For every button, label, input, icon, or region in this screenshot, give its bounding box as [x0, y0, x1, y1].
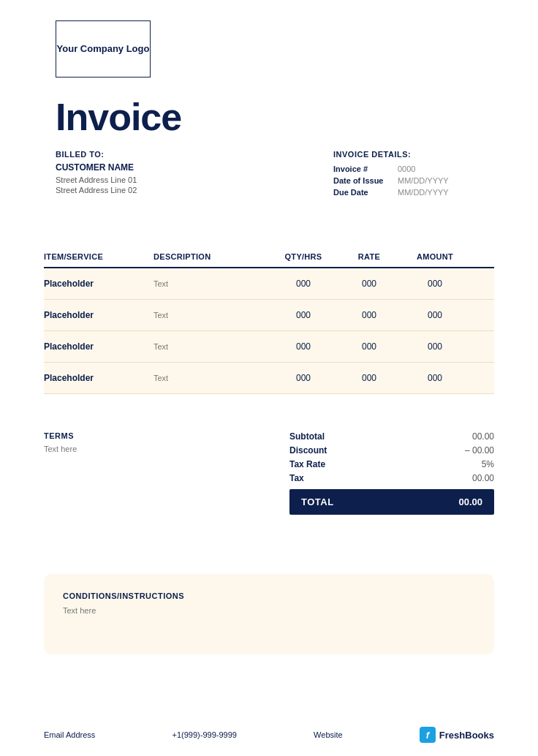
invoice-number-row: Invoice # 0000: [333, 165, 449, 173]
row-item: Placeholder: [44, 373, 154, 383]
due-date-value: MM/DD/YYYY: [398, 188, 449, 197]
table-header: ITEM/SERVICE DESCRIPTION QTY/HRS RATE AM…: [44, 252, 494, 268]
total-label: TOTAL: [301, 496, 334, 507]
conditions-text: Text here: [63, 606, 475, 615]
due-date-row: Due Date MM/DD/YYYY: [333, 188, 449, 197]
row-desc: Text: [154, 311, 270, 320]
freshbooks-brand: f FreshBooks: [420, 727, 494, 743]
logo-box: Your Company Logo: [56, 20, 151, 78]
header-amount: AMOUNT: [402, 252, 468, 261]
header-rate: RATE: [336, 252, 402, 261]
address-line-1: Street Address Line 01: [56, 175, 137, 184]
tax-label: Tax: [289, 473, 304, 483]
invoice-details: INVOICE DETAILS: Invoice # 0000 Date of …: [333, 150, 449, 200]
table-row: Placeholder Text 000 000 000: [44, 300, 494, 331]
tax-rate-label: Tax Rate: [289, 459, 325, 469]
discount-label: Discount: [289, 445, 327, 456]
date-of-issue-value: MM/DD/YYYY: [398, 176, 449, 185]
freshbooks-icon: f: [420, 727, 436, 743]
customer-name: CUSTOMER NAME: [56, 162, 137, 173]
row-qty: 000: [270, 310, 336, 320]
tax-value: 00.00: [472, 473, 494, 483]
row-qty: 000: [270, 373, 336, 383]
header-item: ITEM/SERVICE: [44, 252, 154, 261]
subtotal-row: Subtotal 00.00: [289, 431, 494, 442]
date-of-issue-row: Date of Issue MM/DD/YYYY: [333, 176, 449, 185]
row-item: Placeholder: [44, 279, 154, 289]
row-qty: 000: [270, 341, 336, 352]
footer-website: Website: [314, 730, 343, 739]
row-desc: Text: [154, 342, 270, 351]
subtotal-label: Subtotal: [289, 431, 325, 442]
subtotal-value: 00.00: [472, 431, 494, 442]
table-row: Placeholder Text 000 000 000: [44, 331, 494, 363]
totals-block: Subtotal 00.00 Discount – 00.00 Tax Rate…: [289, 431, 494, 515]
invoice-title: Invoice: [56, 95, 181, 139]
billed-section: BILLED TO: CUSTOMER NAME Street Address …: [56, 150, 137, 196]
terms-block: TERMS Text here: [44, 431, 190, 453]
bottom-section: TERMS Text here Subtotal 00.00 Discount …: [44, 431, 494, 515]
table-row: Placeholder Text 000 000 000: [44, 363, 494, 394]
row-item: Placeholder: [44, 341, 154, 352]
header-desc: DESCRIPTION: [154, 252, 270, 261]
row-desc: Text: [154, 374, 270, 382]
table-body: Placeholder Text 000 000 000 Placeholder…: [44, 268, 494, 394]
footer-email: Email Address: [44, 730, 95, 739]
freshbooks-name: FreshBooks: [439, 730, 494, 741]
header-qty: QTY/HRS: [270, 252, 336, 261]
details-label: INVOICE DETAILS:: [333, 150, 449, 159]
row-amount: 000: [402, 310, 468, 320]
total-value: 00.00: [458, 496, 482, 507]
terms-text: Text here: [44, 445, 190, 453]
total-final-row: TOTAL 00.00: [289, 489, 494, 515]
tax-rate-row: Tax Rate 5%: [289, 459, 494, 469]
terms-title: TERMS: [44, 431, 190, 440]
conditions-box: CONDITIONS/INSTRUCTIONS Text here: [44, 574, 494, 654]
footer-phone: +1(999)-999-9999: [173, 730, 237, 739]
row-rate: 000: [336, 341, 402, 352]
row-desc: Text: [154, 279, 270, 288]
address-line-2: Street Address Line 02: [56, 186, 137, 194]
invoice-table: ITEM/SERVICE DESCRIPTION QTY/HRS RATE AM…: [44, 252, 494, 394]
row-rate: 000: [336, 310, 402, 320]
date-of-issue-label: Date of Issue: [333, 176, 392, 185]
invoice-number-value: 0000: [398, 165, 415, 173]
row-amount: 000: [402, 279, 468, 289]
page-footer: Email Address +1(999)-999-9999 Website f…: [44, 727, 494, 743]
billed-label: BILLED TO:: [56, 150, 137, 159]
invoice-page: Your Company Logo Invoice BILLED TO: CUS…: [0, 0, 538, 756]
logo-text: Your Company Logo: [57, 43, 150, 56]
tax-rate-value: 5%: [482, 459, 494, 469]
conditions-title: CONDITIONS/INSTRUCTIONS: [63, 591, 475, 600]
row-qty: 000: [270, 279, 336, 289]
discount-value: – 00.00: [465, 445, 494, 456]
row-amount: 000: [402, 341, 468, 352]
invoice-number-label: Invoice #: [333, 165, 392, 173]
row-rate: 000: [336, 279, 402, 289]
tax-row: Tax 00.00: [289, 473, 494, 483]
row-item: Placeholder: [44, 310, 154, 320]
row-rate: 000: [336, 373, 402, 383]
table-row: Placeholder Text 000 000 000: [44, 268, 494, 300]
row-amount: 000: [402, 373, 468, 383]
discount-row: Discount – 00.00: [289, 445, 494, 456]
due-date-label: Due Date: [333, 188, 392, 197]
